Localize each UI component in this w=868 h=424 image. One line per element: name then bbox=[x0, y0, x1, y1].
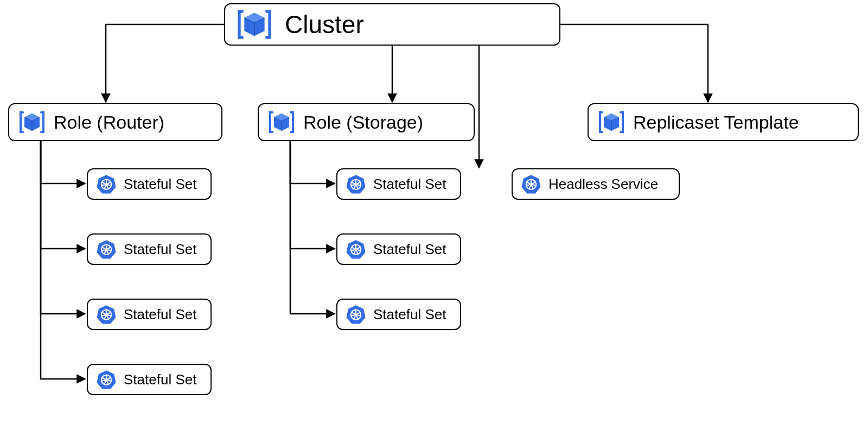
kubernetes-icon bbox=[345, 238, 367, 260]
cube-icon bbox=[19, 109, 45, 135]
replicaset-template-label: Replicaset Template bbox=[633, 112, 799, 133]
statefulset-label: Stateful Set bbox=[124, 176, 196, 193]
cluster-node: Cluster bbox=[224, 3, 560, 46]
statefulset-node: Stateful Set bbox=[87, 168, 212, 200]
statefulset-label: Stateful Set bbox=[124, 371, 196, 388]
cube-icon bbox=[598, 109, 624, 135]
statefulset-node: Stateful Set bbox=[87, 233, 212, 265]
statefulset-node: Stateful Set bbox=[336, 168, 461, 200]
kubernetes-icon bbox=[95, 238, 117, 260]
kubernetes-icon bbox=[345, 173, 367, 195]
role-router-node: Role (Router) bbox=[8, 103, 222, 141]
statefulset-node: Stateful Set bbox=[87, 299, 212, 330]
statefulset-label: Stateful Set bbox=[124, 241, 196, 258]
role-storage-node: Role (Storage) bbox=[258, 103, 475, 141]
kubernetes-icon bbox=[95, 303, 117, 325]
kubernetes-icon bbox=[95, 173, 117, 195]
statefulset-label: Stateful Set bbox=[373, 176, 446, 193]
cube-icon bbox=[237, 7, 272, 42]
kubernetes-icon bbox=[95, 369, 117, 390]
statefulset-label: Stateful Set bbox=[373, 306, 446, 323]
headless-service-node: Headless Service bbox=[512, 168, 680, 200]
statefulset-label: Stateful Set bbox=[124, 306, 196, 323]
cluster-label: Cluster bbox=[285, 10, 364, 39]
role-storage-label: Role (Storage) bbox=[303, 112, 423, 133]
kubernetes-icon bbox=[520, 173, 542, 195]
role-router-label: Role (Router) bbox=[54, 112, 164, 133]
kubernetes-icon bbox=[345, 303, 367, 325]
statefulset-label: Stateful Set bbox=[373, 241, 446, 258]
cube-icon bbox=[269, 109, 295, 135]
statefulset-node: Stateful Set bbox=[87, 364, 212, 395]
replicaset-template-node: Replicaset Template bbox=[588, 103, 859, 141]
statefulset-node: Stateful Set bbox=[336, 299, 461, 330]
statefulset-node: Stateful Set bbox=[336, 233, 461, 265]
headless-service-label: Headless Service bbox=[548, 176, 658, 193]
